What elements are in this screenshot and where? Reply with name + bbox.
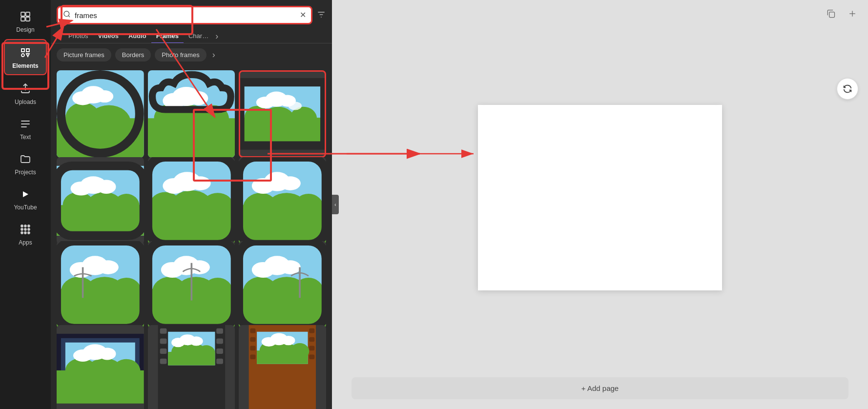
svg-point-113 xyxy=(99,348,116,360)
frame-item-bird-2[interactable] xyxy=(148,241,235,328)
tab-next-button[interactable]: › xyxy=(213,32,220,41)
svg-rect-2 xyxy=(21,17,25,21)
sidebar-item-youtube[interactable]: YouTube xyxy=(4,182,47,216)
apps-icon xyxy=(18,222,33,237)
svg-point-24 xyxy=(87,105,131,140)
svg-rect-139 xyxy=(310,354,315,359)
tab-audio[interactable]: Audio xyxy=(124,29,151,43)
search-input-wrap[interactable]: ✕ xyxy=(57,6,312,24)
frame-item-bird-3[interactable] xyxy=(239,241,326,328)
svg-point-15 xyxy=(64,11,69,17)
tab-photos[interactable]: Photos xyxy=(63,29,93,43)
projects-icon xyxy=(18,151,33,167)
sidebar-item-apps[interactable]: Apps xyxy=(4,217,47,251)
svg-point-27 xyxy=(96,90,113,102)
add-page-button[interactable] xyxy=(845,6,860,21)
svg-point-9 xyxy=(21,228,23,230)
youtube-icon xyxy=(18,186,33,202)
svg-rect-136 xyxy=(310,328,315,333)
filter-borders[interactable]: Borders xyxy=(115,48,151,61)
svg-rect-133 xyxy=(250,337,256,342)
search-bar-area: ✕ xyxy=(51,0,332,24)
sidebar-label-projects: Projects xyxy=(15,169,36,176)
elements-panel: ✕ ‹ Photos Videos Audio Frames xyxy=(51,0,332,409)
frame-item-film-1[interactable] xyxy=(148,325,235,409)
frame-item-rounded-2[interactable] xyxy=(148,157,235,245)
svg-rect-134 xyxy=(250,346,256,351)
sidebar-item-design[interactable]: Design xyxy=(4,4,47,38)
tab-prev-button[interactable]: ‹ xyxy=(57,32,63,41)
svg-rect-122 xyxy=(216,359,223,364)
search-icon xyxy=(63,10,71,20)
design-icon xyxy=(18,9,33,24)
svg-point-8 xyxy=(28,225,30,227)
sidebar-item-elements[interactable]: Elements xyxy=(4,39,47,75)
svg-point-78 xyxy=(112,278,142,304)
sidebar-item-uploads[interactable]: Uploads xyxy=(4,76,47,110)
svg-rect-138 xyxy=(310,346,315,351)
filter-picture-frames[interactable]: Picture frames xyxy=(57,48,111,61)
sidebar-label-uploads: Uploads xyxy=(15,99,36,105)
sidebar-label-text: Text xyxy=(20,134,31,141)
svg-point-72 xyxy=(280,176,301,190)
filter-photo-frames[interactable]: Photo frames xyxy=(155,48,206,61)
sidebar-label-design: Design xyxy=(16,26,34,33)
svg-point-81 xyxy=(98,260,119,274)
sidebar-label-elements: Elements xyxy=(12,62,38,69)
svg-point-60 xyxy=(202,193,233,219)
svg-rect-1 xyxy=(26,12,30,16)
elements-icon xyxy=(18,45,33,61)
frame-item-dark-rect[interactable] xyxy=(57,325,144,409)
svg-point-4 xyxy=(21,54,24,57)
frame-item-rounded-3[interactable] xyxy=(239,157,326,245)
canvas-wrapper xyxy=(332,27,868,377)
add-page-area-button[interactable]: + Add page xyxy=(351,377,848,399)
svg-point-40 xyxy=(261,107,295,134)
svg-rect-120 xyxy=(216,338,223,344)
sidebar-item-projects[interactable]: Projects xyxy=(4,146,47,181)
svg-rect-148 xyxy=(829,12,835,18)
text-icon xyxy=(18,116,33,132)
svg-point-14 xyxy=(28,232,30,234)
panel-collapse-button[interactable]: ‹ xyxy=(332,195,339,214)
tab-frames[interactable]: Frames xyxy=(151,29,184,43)
frame-item-cloud-round[interactable] xyxy=(148,70,235,158)
svg-point-41 xyxy=(290,107,317,130)
svg-point-54 xyxy=(97,180,116,194)
svg-rect-121 xyxy=(216,348,223,354)
frame-item-film-2[interactable] xyxy=(239,325,326,409)
filter-button[interactable] xyxy=(316,10,326,21)
svg-line-16 xyxy=(68,16,70,17)
tab-videos[interactable]: Videos xyxy=(93,29,123,43)
canvas-page xyxy=(478,105,722,290)
sidebar-item-text[interactable]: Text xyxy=(4,111,47,145)
svg-point-45 xyxy=(289,102,302,110)
frame-item-circle[interactable] xyxy=(57,70,144,158)
svg-rect-137 xyxy=(310,337,315,342)
svg-point-10 xyxy=(24,228,26,230)
svg-rect-3 xyxy=(26,17,30,21)
svg-rect-118 xyxy=(160,359,166,364)
svg-point-130 xyxy=(189,336,203,346)
search-tabs: ‹ Photos Videos Audio Frames Char… › xyxy=(51,24,332,43)
svg-point-69 xyxy=(294,194,324,220)
tab-charts[interactable]: Char… xyxy=(184,29,213,43)
uploads-icon xyxy=(18,81,33,97)
svg-point-13 xyxy=(24,232,26,234)
sub-filter-more-button[interactable]: › xyxy=(210,50,217,60)
frame-item-rounded-1[interactable] xyxy=(57,157,144,245)
svg-point-7 xyxy=(24,225,26,227)
clear-search-button[interactable]: ✕ xyxy=(300,11,306,19)
frame-item-bird-1[interactable] xyxy=(57,241,144,328)
svg-point-98 xyxy=(294,278,324,304)
duplicate-page-button[interactable] xyxy=(823,6,839,21)
svg-point-127 xyxy=(197,345,215,360)
frame-item-rectangle[interactable] xyxy=(239,70,326,158)
frames-grid xyxy=(51,66,332,409)
svg-rect-132 xyxy=(250,328,256,333)
refresh-button[interactable] xyxy=(837,78,858,100)
sidebar-label-youtube: YouTube xyxy=(14,204,37,211)
svg-point-144 xyxy=(290,343,309,359)
search-input[interactable] xyxy=(75,11,296,20)
canvas-toolbar xyxy=(332,0,868,27)
